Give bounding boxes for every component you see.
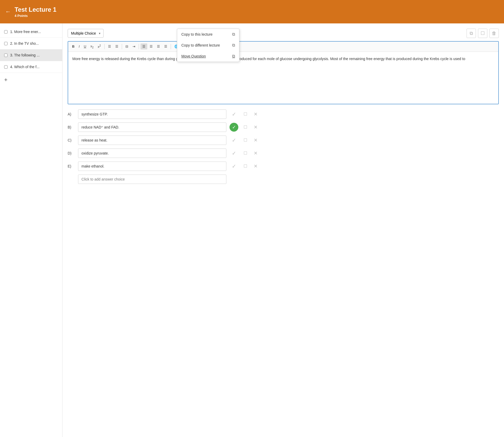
align-center-button[interactable]: ☰ bbox=[148, 43, 155, 49]
move-icon: ⧉ bbox=[232, 54, 235, 59]
divider-1 bbox=[104, 44, 105, 49]
sidebar-checkbox-4[interactable] bbox=[4, 65, 8, 69]
answer-row-d: D) ✓ ☐ ✕ bbox=[68, 149, 499, 158]
answer-input-d[interactable] bbox=[78, 149, 226, 158]
sidebar-item-4[interactable]: 4. Which of the f... bbox=[0, 61, 62, 73]
unordered-list-button[interactable]: ☰ bbox=[113, 43, 120, 49]
answer-delete-c[interactable]: ✕ bbox=[252, 137, 259, 143]
sidebar-item-label-4: 4. Which of the f... bbox=[10, 65, 40, 69]
context-menu-copy-different[interactable]: Copy to different lecture ⧉ bbox=[177, 40, 239, 51]
copy-button[interactable]: ⧉ bbox=[467, 29, 476, 38]
answer-choices: A) ✓ ☐ ✕ B) ✓ ☐ ✕ C) ✓ ☐ ✕ bbox=[68, 110, 499, 184]
question-editor: B I U x2 x2 ☰ ☰ ⊟ ⇥ ☰ ☰ ☰ ☰ 🌐 Font bbox=[68, 41, 499, 104]
context-menu: Copy to this lecture ⧉ Copy to different… bbox=[177, 29, 239, 62]
answer-comment-c[interactable]: ☐ bbox=[241, 136, 249, 144]
question-sidebar: 1. More free ener... 2. In the TV sho...… bbox=[0, 23, 62, 437]
context-menu-move[interactable]: Move Question ⧉ bbox=[177, 51, 239, 62]
answer-row-b: B) ✓ ☐ ✕ bbox=[68, 123, 499, 132]
answer-input-b[interactable] bbox=[78, 123, 226, 132]
context-menu-move-label: Move Question bbox=[181, 54, 206, 58]
add-answer-row bbox=[68, 175, 499, 184]
sidebar-item-1[interactable]: 1. More free ener... bbox=[0, 26, 62, 38]
context-menu-copy-different-label: Copy to different lecture bbox=[181, 43, 220, 47]
page-title: Test Lecture 1 bbox=[15, 6, 56, 13]
answer-delete-a[interactable]: ✕ bbox=[252, 111, 259, 117]
answer-input-c[interactable] bbox=[78, 136, 226, 145]
superscript-button[interactable]: x2 bbox=[96, 43, 103, 50]
answer-comment-e[interactable]: ☐ bbox=[241, 162, 249, 170]
answer-input-e[interactable] bbox=[78, 162, 226, 171]
answer-label-e: E) bbox=[68, 164, 75, 168]
question-type-wrapper: Multiple Choice True/False Short Answer bbox=[68, 29, 104, 38]
question-toolbar: Multiple Choice True/False Short Answer … bbox=[68, 29, 499, 38]
indent-button[interactable]: ⇥ bbox=[131, 43, 137, 49]
underline-button[interactable]: U bbox=[82, 43, 88, 49]
italic-button[interactable]: I bbox=[77, 43, 81, 49]
add-question-button[interactable]: + bbox=[0, 73, 62, 87]
sidebar-checkbox-3[interactable] bbox=[4, 54, 8, 57]
sidebar-item-3[interactable]: 3. The following ... bbox=[0, 49, 62, 61]
delete-icon: 🗑 bbox=[492, 31, 496, 36]
align-justify-button[interactable]: ☰ bbox=[162, 43, 169, 49]
context-menu-copy-this[interactable]: Copy to this lecture ⧉ bbox=[177, 29, 239, 40]
main-layout: 1. More free ener... 2. In the TV sho...… bbox=[0, 23, 504, 437]
answer-comment-b[interactable]: ☐ bbox=[241, 123, 249, 131]
answer-label-b: B) bbox=[68, 125, 75, 129]
copy-icon: ⧉ bbox=[470, 31, 473, 36]
question-type-select[interactable]: Multiple Choice True/False Short Answer bbox=[68, 29, 104, 38]
editor-toolbar: B I U x2 x2 ☰ ☰ ⊟ ⇥ ☰ ☰ ☰ ☰ 🌐 Font bbox=[68, 42, 498, 52]
link-button[interactable]: ⊟ bbox=[124, 43, 130, 49]
divider-2 bbox=[122, 44, 122, 49]
sidebar-checkbox-2[interactable] bbox=[4, 42, 8, 45]
context-menu-copy-this-label: Copy to this lecture bbox=[181, 32, 213, 36]
answer-delete-d[interactable]: ✕ bbox=[252, 150, 259, 156]
subscript-button[interactable]: x2 bbox=[88, 43, 95, 50]
comment-button[interactable]: ☐ bbox=[478, 29, 487, 38]
bold-button[interactable]: B bbox=[70, 43, 76, 49]
answer-check-d[interactable]: ✓ bbox=[229, 149, 238, 158]
answer-check-b[interactable]: ✓ bbox=[229, 123, 238, 132]
sidebar-item-label-1: 1. More free ener... bbox=[10, 30, 41, 34]
comment-icon: ☐ bbox=[481, 30, 485, 36]
answer-row-a: A) ✓ ☐ ✕ bbox=[68, 110, 499, 119]
sidebar-item-2[interactable]: 2. In the TV sho... bbox=[0, 38, 62, 49]
ordered-list-button[interactable]: ☰ bbox=[106, 43, 113, 49]
sidebar-item-label-2: 2. In the TV sho... bbox=[10, 41, 39, 46]
answer-comment-d[interactable]: ☐ bbox=[241, 149, 249, 157]
sidebar-checkbox-1[interactable] bbox=[4, 30, 8, 34]
copy-different-icon: ⧉ bbox=[232, 43, 235, 48]
divider-3 bbox=[139, 44, 139, 49]
divider-4 bbox=[171, 44, 171, 49]
delete-button[interactable]: 🗑 bbox=[489, 29, 499, 38]
points-label: 4 Points bbox=[15, 14, 56, 18]
answer-label-a: A) bbox=[68, 112, 75, 116]
header-text: Test Lecture 1 4 Points bbox=[15, 6, 56, 18]
answer-check-a[interactable]: ✓ bbox=[229, 110, 238, 119]
answer-label-c: C) bbox=[68, 138, 75, 142]
sidebar-item-label-3: 3. The following ... bbox=[10, 53, 40, 57]
align-right-button[interactable]: ☰ bbox=[155, 43, 162, 49]
answer-comment-a[interactable]: ☐ bbox=[241, 110, 249, 118]
answer-row-c: C) ✓ ☐ ✕ bbox=[68, 136, 499, 145]
answer-delete-e[interactable]: ✕ bbox=[252, 163, 259, 169]
question-content: Multiple Choice True/False Short Answer … bbox=[62, 23, 504, 437]
answer-check-c[interactable]: ✓ bbox=[229, 136, 238, 145]
toolbar-action-buttons: ⧉ ☐ 🗑 bbox=[467, 29, 499, 38]
answer-label-d: D) bbox=[68, 151, 75, 155]
align-left-button[interactable]: ☰ bbox=[141, 43, 147, 49]
answer-row-e: E) ✓ ☐ ✕ bbox=[68, 162, 499, 171]
editor-content[interactable]: More free energy is released during the … bbox=[68, 52, 498, 104]
page-header: ← Test Lecture 1 4 Points bbox=[0, 0, 504, 23]
answer-input-a[interactable] bbox=[78, 110, 226, 119]
add-answer-input[interactable] bbox=[78, 175, 226, 184]
answer-delete-b[interactable]: ✕ bbox=[252, 124, 259, 130]
back-button[interactable]: ← bbox=[5, 8, 11, 15]
answer-check-e[interactable]: ✓ bbox=[229, 162, 238, 171]
copy-this-icon: ⧉ bbox=[232, 32, 235, 37]
